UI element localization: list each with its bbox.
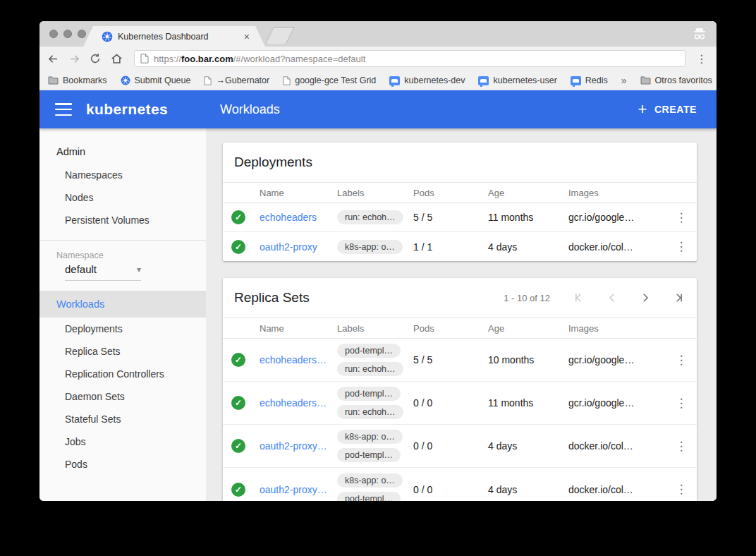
sidebar-item-workloads-selected[interactable]: Workloads — [39, 291, 206, 318]
bookmarks-overflow-icon[interactable]: » — [621, 75, 627, 86]
tab-close-icon[interactable]: × — [244, 32, 250, 42]
sidebar-item-nodes[interactable]: Nodes — [39, 186, 206, 209]
sidebar-item-daemon-sets[interactable]: Daemon Sets — [39, 385, 206, 408]
last-page-icon[interactable] — [671, 291, 685, 305]
page-icon — [140, 54, 149, 64]
hamburger-menu-icon[interactable] — [55, 103, 72, 116]
resource-link[interactable]: echoheaders… — [254, 397, 331, 409]
folder-icon — [640, 76, 651, 85]
row-menu-icon[interactable]: ⋮ — [676, 354, 688, 366]
label-chip: run: echoh… — [337, 210, 403, 224]
table-header: Name Labels Pods Age Images — [223, 318, 697, 339]
url-text: https://foo.bar.com/#/workload?namespace… — [154, 54, 365, 64]
label-chip: pod-templ… — [337, 448, 401, 462]
row-menu-icon[interactable]: ⋮ — [676, 440, 688, 452]
kubernetes-icon — [121, 75, 130, 85]
sidebar: Admin Namespaces Nodes Persistent Volume… — [39, 128, 206, 501]
app-header: kubernetes Workloads + CREATE — [39, 90, 717, 128]
sidebar-item-admin[interactable]: Admin — [39, 140, 206, 164]
first-page-icon[interactable] — [572, 291, 586, 305]
deployments-card: Deployments Name Labels Pods Age Images … — [223, 143, 697, 261]
window-close-button[interactable] — [49, 30, 58, 38]
sidebar-item-pods[interactable]: Pods — [39, 453, 206, 476]
card-title: Deployments — [234, 155, 312, 170]
browser-menu-icon[interactable]: ⋮ — [694, 52, 709, 66]
label-chip: k8s-app: o… — [337, 240, 403, 254]
bookmark-kubernetes-dev[interactable]: kubernetes-dev — [389, 75, 465, 85]
previous-page-icon[interactable] — [605, 291, 619, 305]
sidebar-item-jobs[interactable]: Jobs — [39, 430, 206, 453]
status-ok-icon: ✓ — [223, 396, 254, 410]
table-header: Name Labels Pods Age Images — [223, 182, 697, 203]
table-row: ✓ echoheaders… pod-templ… run: echoh… 0 … — [223, 382, 697, 425]
table-row: ✓ echoheaders… pod-templ… run: echoh… 5 … — [223, 339, 697, 382]
status-ok-icon: ✓ — [223, 240, 254, 254]
sidebar-item-replica-sets[interactable]: Replica Sets — [39, 340, 206, 363]
folder-icon — [48, 76, 59, 85]
table-row: ✓ oauth2-proxy… k8s-app: o… pod-templ… 0… — [223, 468, 697, 501]
app-brand: kubernetes — [86, 101, 168, 118]
row-menu-icon[interactable]: ⋮ — [676, 241, 688, 253]
sidebar-item-namespaces[interactable]: Namespaces — [39, 164, 206, 186]
forward-icon[interactable] — [65, 49, 83, 68]
sidebar-item-stateful-sets[interactable]: Stateful Sets — [39, 408, 206, 430]
namespace-select[interactable]: default ▾ — [65, 263, 141, 281]
url-bar[interactable]: https://foo.bar.com/#/workload?namespace… — [134, 50, 685, 67]
status-ok-icon: ✓ — [223, 483, 254, 497]
sidebar-item-deployments[interactable]: Deployments — [39, 318, 206, 340]
resource-link[interactable]: echoheaders… — [254, 354, 331, 365]
replica-sets-card: Replica Sets 1 - 10 of 12 — [223, 278, 697, 501]
resource-link[interactable]: oauth2-proxy — [254, 241, 331, 253]
tab-strip: Kubernetes Dashboard × — [39, 21, 717, 47]
sidebar-item-persistent-volumes[interactable]: Persistent Volumes — [39, 209, 206, 231]
bookmark-redis[interactable]: Redis — [571, 75, 608, 85]
chevron-down-icon: ▾ — [137, 265, 141, 274]
group-chat-icon — [571, 76, 581, 85]
window-controls[interactable] — [49, 30, 86, 38]
resource-link[interactable]: oauth2-proxy… — [254, 440, 331, 452]
table-row: ✓ echoheaders run: echoh… 5 / 5 11 month… — [223, 203, 697, 232]
row-menu-icon[interactable]: ⋮ — [676, 397, 688, 409]
table-row: ✓ oauth2-proxy k8s-app: o… 1 / 1 4 days … — [223, 232, 697, 261]
bookmark-submit-queue[interactable]: Submit Queue — [121, 75, 191, 85]
group-chat-icon — [478, 76, 489, 85]
label-chip: pod-templ… — [337, 387, 401, 401]
reload-icon[interactable] — [86, 49, 104, 68]
main-content: Deployments Name Labels Pods Age Images … — [206, 128, 717, 501]
row-menu-icon[interactable]: ⋮ — [676, 483, 688, 495]
home-icon[interactable] — [107, 49, 126, 68]
status-ok-icon: ✓ — [223, 353, 254, 367]
bookmark-test-grid[interactable]: google-gce Test Grid — [283, 75, 376, 85]
label-chip: k8s-app: o… — [337, 473, 403, 488]
back-icon[interactable] — [44, 49, 62, 68]
page-icon — [204, 76, 212, 85]
tab-title: Kubernetes Dashboard — [118, 32, 239, 42]
pagination: 1 - 10 of 12 — [504, 291, 685, 305]
bookmark-gubernator[interactable]: →Gubernator — [204, 75, 269, 85]
namespace-label: Namespace — [39, 241, 206, 262]
window-minimize-button[interactable] — [63, 30, 72, 38]
create-button[interactable]: + CREATE — [638, 102, 697, 117]
group-chat-icon — [389, 76, 400, 85]
new-tab-button[interactable] — [265, 27, 295, 44]
sidebar-item-replication-controllers[interactable]: Replication Controllers — [39, 363, 206, 385]
resource-link[interactable]: echoheaders — [254, 212, 331, 223]
page-title: Workloads — [220, 102, 280, 117]
kubernetes-favicon — [102, 31, 113, 42]
row-menu-icon[interactable]: ⋮ — [676, 212, 688, 224]
card-title: Replica Sets — [234, 290, 310, 306]
incognito-icon — [691, 27, 708, 41]
label-chip: pod-templ… — [337, 344, 401, 358]
bookmark-other-favorites-folder[interactable]: Otros favoritos — [640, 75, 712, 85]
label-chip: run: echoh… — [337, 405, 403, 419]
browser-toolbar: https://foo.bar.com/#/workload?namespace… — [39, 47, 717, 71]
label-chip: k8s-app: o… — [337, 430, 403, 444]
status-ok-icon: ✓ — [223, 439, 254, 453]
window-zoom-button[interactable] — [78, 30, 86, 38]
bookmark-bookmarks-folder[interactable]: Bookmarks — [48, 75, 107, 85]
resource-link[interactable]: oauth2-proxy… — [254, 484, 331, 495]
status-ok-icon: ✓ — [223, 210, 254, 224]
bookmark-kubernetes-user[interactable]: kubernetes-user — [478, 75, 556, 85]
next-page-icon[interactable] — [638, 291, 652, 305]
browser-tab[interactable]: Kubernetes Dashboard × — [83, 26, 265, 47]
